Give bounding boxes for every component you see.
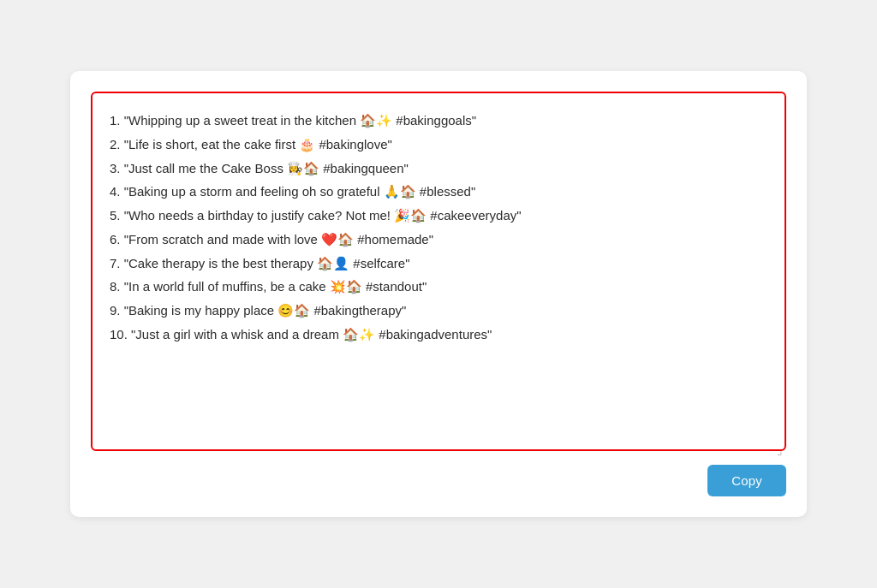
- caption-text: "From scratch and made with love ❤️🏠 #ho…: [124, 232, 433, 246]
- caption-list: 1. "Whipping up a sweet treat in the kit…: [110, 109, 767, 347]
- caption-text: "Baking is my happy place 😊🏠 #bakingther…: [124, 303, 407, 318]
- caption-number: 4.: [110, 184, 121, 199]
- caption-number: 6.: [110, 232, 121, 246]
- list-item: 10. "Just a girl with a whisk and a drea…: [110, 323, 767, 347]
- caption-text: "Cake therapy is the best therapy 🏠👤 #se…: [124, 256, 410, 270]
- caption-number: 9.: [110, 303, 121, 318]
- caption-number: 10.: [110, 327, 128, 342]
- caption-text: "Life is short, eat the cake first 🎂 #ba…: [124, 137, 392, 151]
- caption-number: 2.: [110, 137, 121, 151]
- main-card: 1. "Whipping up a sweet treat in the kit…: [70, 71, 807, 517]
- copy-button-row: Copy: [91, 465, 786, 496]
- caption-text: "Baking up a storm and feeling oh so gra…: [124, 184, 476, 199]
- caption-number: 8.: [110, 279, 121, 294]
- list-item: 9. "Baking is my happy place 😊🏠 #bakingt…: [110, 299, 767, 323]
- list-item: 2. "Life is short, eat the cake first 🎂 …: [110, 133, 767, 157]
- caption-number: 7.: [110, 256, 121, 270]
- list-item: 6. "From scratch and made with love ❤️🏠 …: [110, 228, 767, 252]
- caption-number: 5.: [110, 208, 121, 223]
- list-item: 1. "Whipping up a sweet treat in the kit…: [110, 109, 767, 133]
- caption-number: 3.: [110, 161, 121, 175]
- captions-container: 1. "Whipping up a sweet treat in the kit…: [91, 92, 786, 451]
- list-item: 5. "Who needs a birthday to justify cake…: [110, 204, 767, 228]
- list-item: 8. "In a world full of muffins, be a cak…: [110, 275, 767, 299]
- caption-text: "In a world full of muffins, be a cake 💥…: [124, 279, 427, 294]
- copy-button[interactable]: Copy: [707, 465, 786, 496]
- list-item: 3. "Just call me the Cake Boss 👩‍🍳🏠 #bak…: [110, 157, 767, 181]
- caption-text: "Just call me the Cake Boss 👩‍🍳🏠 #baking…: [124, 161, 409, 175]
- resize-indicator: ⌟: [777, 443, 783, 457]
- list-item: 4. "Baking up a storm and feeling oh so …: [110, 180, 767, 204]
- caption-number: 1.: [110, 113, 121, 128]
- caption-text: "Who needs a birthday to justify cake? N…: [124, 208, 522, 223]
- caption-text: "Just a girl with a whisk and a dream 🏠✨…: [131, 327, 492, 342]
- caption-text: "Whipping up a sweet treat in the kitche…: [124, 113, 476, 128]
- list-item: 7. "Cake therapy is the best therapy 🏠👤 …: [110, 252, 767, 276]
